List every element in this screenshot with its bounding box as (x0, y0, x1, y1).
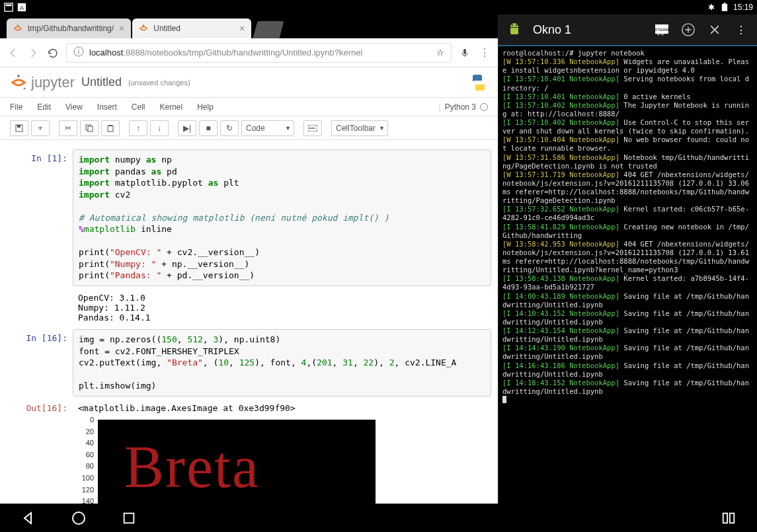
menu-insert[interactable]: Insert (97, 102, 117, 112)
jupyter-brand: jupyter (31, 74, 75, 91)
notebook-body[interactable]: In [1]: import numpy as np import pandas… (0, 140, 498, 504)
restart-button[interactable]: ↻ (220, 120, 239, 136)
status-left: A (4, 3, 26, 12)
output-16: Out[16]: <matplotlib.image.AxesImage at … (7, 399, 491, 417)
in-prompt-16: In [16]: (7, 329, 73, 397)
save-status: (unsaved changes) (128, 79, 190, 87)
svg-rect-16 (88, 126, 93, 132)
jupyter-logo[interactable]: jupyter (10, 74, 75, 91)
move-up-button[interactable]: ↑ (129, 120, 147, 136)
recents-nav-button[interactable] (120, 510, 138, 527)
svg-rect-31 (730, 513, 734, 523)
jupyter-favicon-icon (13, 24, 22, 33)
run-button[interactable]: ▶| (178, 120, 196, 136)
address-bar: i localhost:8888/notebooks/tmp/Github/ha… (0, 38, 498, 67)
tab-1-title: tmp/Github/handwritting/ (28, 24, 114, 33)
url-host: localhost (89, 48, 123, 57)
menu-cell[interactable]: Cell (132, 102, 145, 112)
info-icon: i (73, 46, 84, 59)
battery-icon (720, 3, 729, 12)
menu-view[interactable]: View (65, 102, 83, 112)
terminal-header: Okno 1 XTERM ⋮ (498, 15, 757, 46)
url-input[interactable]: i localhost:8888/notebooks/tmp/Github/ha… (66, 43, 452, 63)
forward-button[interactable] (26, 46, 40, 59)
new-tab-button[interactable] (253, 21, 284, 38)
status-right: ✱ 15:19 (707, 3, 753, 12)
clock: 15:19 (733, 3, 753, 12)
svg-point-28 (73, 512, 85, 524)
code-cell-1[interactable]: In [1]: import numpy as np import pandas… (7, 149, 491, 286)
paste-button[interactable] (101, 120, 120, 136)
bluetooth-icon: ✱ (707, 3, 716, 12)
window-icon (4, 3, 13, 12)
android-status-bar: A ✱ 15:19 (0, 0, 757, 15)
menu-kernel[interactable]: Kernel (160, 102, 183, 112)
svg-rect-30 (723, 513, 727, 523)
menu-help[interactable]: Help (197, 102, 214, 112)
save-button[interactable] (10, 120, 28, 136)
jupyter-logo-icon (10, 74, 27, 91)
xterm-icon[interactable]: XTERM (654, 22, 670, 38)
app-icon: A (17, 3, 26, 12)
terminal-output[interactable]: root@localhost:/# jupyter notebook [W 13… (498, 46, 757, 504)
svg-rect-17 (108, 126, 113, 132)
overflow-menu-button[interactable]: ⋮ (733, 22, 749, 38)
home-nav-button[interactable] (70, 510, 87, 527)
svg-rect-22 (313, 128, 315, 129)
repr-16: <matplotlib.image.AxesImage at 0xe3d99f9… (73, 399, 491, 417)
tab-2-title: Untitled (153, 24, 180, 33)
tab-1[interactable]: tmp/Github/handwritting/ × (7, 19, 131, 38)
svg-point-23 (512, 24, 513, 26)
close-window-button[interactable] (707, 22, 723, 38)
plot-text: Breta (124, 433, 260, 501)
svg-point-24 (516, 24, 517, 26)
menu-edit[interactable]: Edit (37, 102, 51, 112)
code-cell-16[interactable]: In [16]: img = np.zeros((150, 512, 3), n… (7, 329, 491, 397)
out-prompt-16: Out[16]: (7, 399, 73, 417)
in-prompt-1: In [1]: (7, 149, 73, 286)
command-palette-button[interactable] (303, 120, 322, 136)
mic-icon[interactable] (458, 46, 471, 59)
svg-rect-10 (463, 49, 466, 54)
android-icon (506, 22, 522, 38)
tab-strip: tmp/Github/handwritting/ × Untitled × (0, 15, 498, 38)
star-icon[interactable]: ☆ (436, 48, 444, 57)
menu-file[interactable]: File (10, 102, 22, 112)
kernel-name: Python 3 (445, 102, 476, 112)
celltoolbar-select[interactable]: CellToolbar (331, 120, 388, 136)
tab-2[interactable]: Untitled × (132, 19, 251, 38)
svg-rect-21 (311, 128, 313, 129)
code-input-1[interactable]: import numpy as np import pandas as pd i… (73, 149, 491, 286)
svg-text:XTERM: XTERM (655, 28, 669, 32)
back-nav-button[interactable] (20, 510, 37, 527)
celltype-select[interactable]: Code (241, 120, 294, 136)
move-down-button[interactable]: ↓ (150, 120, 169, 136)
close-icon[interactable]: × (119, 23, 124, 34)
reload-button[interactable] (46, 46, 60, 59)
svg-rect-4 (722, 4, 727, 11)
android-nav-bar (0, 504, 757, 532)
split-screen-button[interactable] (720, 510, 737, 527)
svg-rect-14 (17, 125, 20, 128)
cut-button[interactable]: ✂ (59, 120, 77, 136)
stdout-1: OpenCV: 3.1.0 Numpy: 1.11.2 Pandas: 0.14… (73, 289, 491, 326)
add-window-button[interactable] (680, 22, 696, 38)
copy-button[interactable] (80, 120, 99, 136)
add-cell-button[interactable]: + (31, 120, 50, 136)
svg-rect-18 (109, 125, 112, 126)
stop-button[interactable]: ■ (199, 120, 218, 136)
url-path: :8888/notebooks/tmp/Github/handwritting/… (123, 48, 362, 57)
menu-icon[interactable]: ⋮ (478, 46, 491, 59)
code-input-16[interactable]: img = np.zeros((150, 512, 3), np.uint8) … (73, 329, 491, 397)
notebook-title[interactable]: Untitled (81, 75, 122, 89)
jupyter-favicon-icon (139, 24, 148, 33)
back-button[interactable] (7, 46, 20, 59)
svg-rect-20 (309, 128, 311, 129)
kernel-indicator: | Python 3 (439, 102, 489, 112)
jupyter-menu: File Edit View Insert Cell Kernel Help |… (0, 98, 498, 116)
svg-text:i: i (78, 48, 79, 56)
close-icon[interactable]: × (239, 23, 245, 34)
jupyter-header: jupyter Untitled (unsaved changes) (0, 67, 498, 98)
plot-image: Breta 0 100 200 300 400 500 (98, 420, 376, 504)
jupyter-toolbar: + ✂ ↑ ↓ ▶| ■ ↻ Code CellToolbar (0, 116, 498, 140)
